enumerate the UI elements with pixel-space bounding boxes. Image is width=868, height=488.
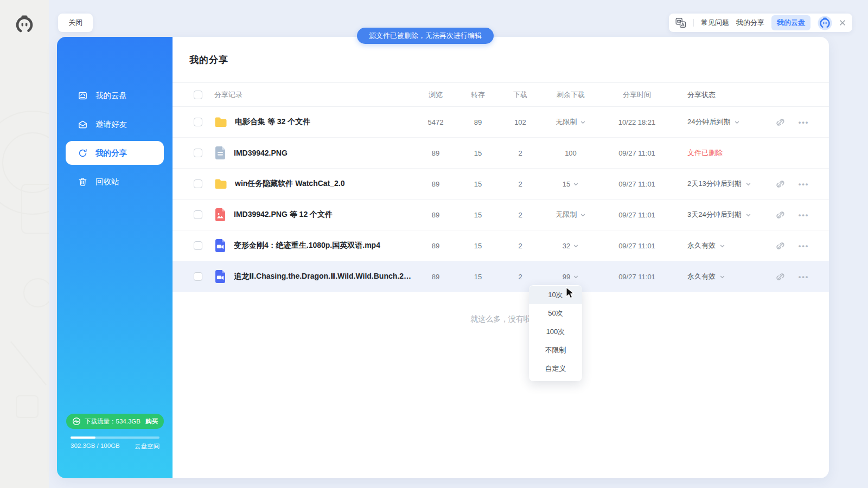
title-block: 我的分享 (173, 37, 829, 83)
more-actions-icon[interactable]: ••• (799, 242, 809, 250)
dropdown-option-3[interactable]: 不限制 (529, 341, 582, 359)
chevron-down-icon[interactable] (719, 243, 725, 249)
cancel-share-icon[interactable] (775, 117, 786, 127)
chevron-down-icon[interactable] (719, 274, 725, 280)
sidebar-item-2[interactable]: 我的分享 (66, 141, 164, 165)
folder-file-icon (214, 178, 227, 190)
table-body: 电影合集 等 32 个文件547289102无限制10/22 18:2124分钟… (173, 107, 829, 292)
buy-traffic-button[interactable]: 购买 (145, 418, 158, 426)
share-status-cell[interactable]: 24分钟后到期 (674, 117, 766, 127)
cancel-share-icon[interactable] (775, 179, 786, 189)
views-value: 5472 (428, 118, 444, 126)
file-name: IMD39942.PNG 等 12 个文件 (234, 210, 333, 220)
row-checkbox[interactable] (194, 210, 202, 219)
app-window: 我的云盘邀请好友我的分享回收站 下载流量：534.3GB 购买 302.3GB … (57, 37, 829, 478)
chevron-down-icon[interactable] (580, 119, 586, 125)
table-row: 变形金刚4：绝迹重生.1080p.国英双语.mp4891523209/27 11… (173, 230, 829, 261)
header-saves: 转存 (457, 90, 499, 100)
topbar-my-drive-link[interactable]: 我的云盘 (771, 15, 810, 30)
chevron-down-icon[interactable] (573, 181, 579, 187)
header-record: 分享记录 (214, 90, 414, 100)
share-time: 09/27 11:01 (618, 149, 655, 157)
remaining-downloads-cell[interactable]: 无限制 (541, 210, 600, 220)
header-views: 浏览 (414, 90, 457, 100)
sidebar-item-3[interactable]: 回收站 (66, 170, 164, 194)
dropdown-option-2[interactable]: 100次 (529, 323, 582, 341)
sidebar-item-1[interactable]: 邀请好友 (66, 112, 164, 136)
chevron-down-icon[interactable] (573, 243, 579, 249)
close-x-icon[interactable] (839, 20, 846, 26)
downloads-value: 102 (514, 118, 526, 126)
chevron-down-icon[interactable] (734, 119, 740, 125)
mouse-cursor (566, 287, 578, 300)
file-name: IMD39942.PNG (234, 149, 288, 157)
traffic-label: 下载流量：534.3GB (85, 418, 141, 426)
more-actions-icon[interactable]: ••• (799, 118, 809, 126)
share-time: 10/22 18:21 (618, 118, 656, 126)
share-status-cell[interactable]: 永久有效 (674, 241, 766, 251)
topbar-my-shares-link[interactable]: 我的分享 (736, 18, 764, 28)
row-checkbox[interactable] (194, 179, 202, 188)
more-actions-icon[interactable]: ••• (799, 211, 809, 219)
status-text: 2天13分钟后到期 (687, 179, 742, 189)
remaining-downloads-cell[interactable]: 99 (541, 273, 600, 281)
views-value: 89 (432, 149, 439, 157)
views-value: 89 (432, 242, 439, 250)
share-status-cell[interactable]: 3天24分钟后到期 (674, 210, 766, 220)
remaining-downloads-cell[interactable]: 15 (541, 180, 600, 188)
invite-icon (78, 119, 88, 130)
more-actions-icon[interactable]: ••• (799, 180, 809, 188)
chevron-down-icon[interactable] (745, 181, 751, 187)
status-text: 文件已删除 (687, 148, 723, 158)
dropdown-option-4[interactable]: 自定义 (529, 359, 582, 378)
row-checkbox[interactable] (194, 272, 202, 281)
doc-file-icon (214, 146, 226, 160)
downloads-value: 2 (518, 180, 522, 188)
app-logo-icon (14, 14, 35, 35)
saves-value: 89 (474, 118, 482, 126)
traffic-pill[interactable]: 下载流量：534.3GB 购买 (66, 414, 164, 429)
cancel-share-icon[interactable] (775, 241, 786, 251)
content-area: 我的分享 分享记录 浏览 转存 下载 剩余下载 分享时间 分享状态 电影合集 等… (173, 37, 829, 478)
dropdown-option-1[interactable]: 50次 (529, 304, 582, 323)
cancel-share-icon[interactable] (775, 210, 786, 220)
close-window-button[interactable]: 关闭 (58, 14, 93, 32)
chevron-down-icon[interactable] (580, 212, 586, 218)
watermark-pattern (0, 38, 49, 450)
table-row: IMD39942.PNG 等 12 个文件89152无限制09/27 11:01… (173, 200, 829, 230)
row-checkbox[interactable] (194, 118, 202, 126)
select-all-checkbox[interactable] (194, 91, 202, 99)
table-row: win任务隐藏软件 WatchCat_2.0891521509/27 11:01… (173, 169, 829, 200)
cancel-share-icon[interactable] (775, 272, 786, 282)
sidebar-item-label: 我的云盘 (95, 91, 127, 101)
file-name: 变形金刚4：绝迹重生.1080p.国英双语.mp4 (234, 241, 380, 251)
robot-avatar-icon[interactable] (818, 16, 832, 30)
translate-icon[interactable] (675, 17, 686, 28)
storage-row: 302.3GB / 100GB 云盘空间 (71, 442, 159, 451)
file-name: 追龙Ⅱ.Chasing.the.Dragon.Ⅱ.Wild.Wild.Bunch… (234, 272, 414, 281)
sidebar-item-0[interactable]: 我的云盘 (66, 84, 164, 107)
sidebar: 我的云盘邀请好友我的分享回收站 下载流量：534.3GB 购买 302.3GB … (57, 37, 173, 478)
more-actions-icon[interactable]: ••• (799, 273, 809, 281)
status-text: 3天24分钟后到期 (687, 210, 742, 220)
row-checkbox[interactable] (194, 241, 202, 250)
remaining-value: 100 (565, 149, 577, 157)
chevron-down-icon[interactable] (745, 212, 751, 218)
share-status-cell[interactable]: 永久有效 (674, 272, 766, 281)
video-file-icon (214, 239, 226, 253)
row-checkbox[interactable] (194, 149, 202, 157)
remaining-downloads-cell[interactable]: 无限制 (541, 117, 600, 127)
topbar-faq-link[interactable]: 常见问题 (701, 18, 729, 28)
storage-used-label: 302.3GB / 100GB (71, 442, 120, 451)
remaining-value: 99 (563, 273, 570, 281)
drive-icon (78, 91, 88, 101)
close-window-label: 关闭 (68, 18, 82, 28)
chevron-down-icon[interactable] (573, 274, 579, 280)
table-header-row: 分享记录 浏览 转存 下载 剩余下载 分享时间 分享状态 (173, 83, 829, 107)
share-status-cell[interactable]: 2天13分钟后到期 (674, 179, 766, 189)
remaining-downloads-cell[interactable]: 32 (541, 242, 600, 250)
status-text: 永久有效 (687, 272, 716, 281)
share-status-cell: 文件已删除 (674, 148, 766, 158)
downloads-value: 2 (518, 149, 522, 157)
file-name: win任务隐藏软件 WatchCat_2.0 (235, 179, 345, 189)
